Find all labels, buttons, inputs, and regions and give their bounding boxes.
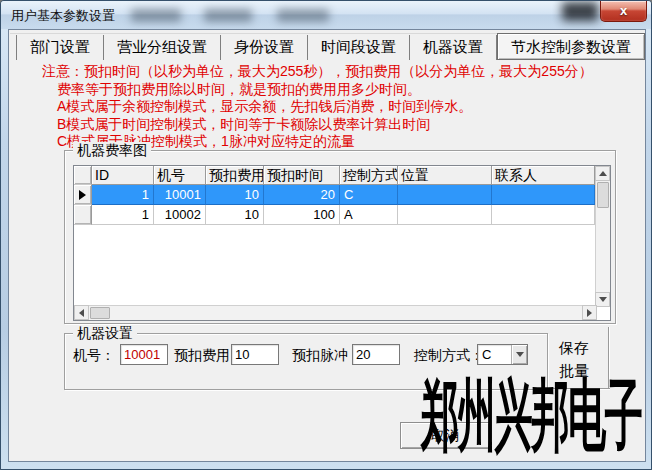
vertical-scroll-thumb[interactable] <box>597 182 609 208</box>
blurred-watermark-patch <box>277 9 329 22</box>
cell[interactable]: 10002 <box>154 205 206 225</box>
cell[interactable]: A <box>340 205 398 225</box>
column-header-7[interactable]: 联系人 <box>492 166 595 185</box>
tab-5[interactable]: 机器设置 <box>410 35 497 60</box>
notice-text: 注意：预扣时间（以秒为单位，最大为255秒），预扣费用（以分为单位，最大为255… <box>42 63 637 151</box>
column-header-6[interactable]: 位置 <box>398 166 492 185</box>
scroll-down-button[interactable] <box>595 292 610 307</box>
cancel-button[interactable]: 取消 <box>400 422 490 449</box>
row-selector-header <box>74 166 92 185</box>
close-button[interactable]: x <box>600 1 647 22</box>
grid-header-row: ID机号预扣费用预扣时间控制方式位置联系人 <box>74 166 610 185</box>
cell[interactable]: C <box>340 185 398 205</box>
control-mode-label: 控制方式： <box>414 345 484 365</box>
tab-4[interactable]: 时间段设置 <box>308 35 410 60</box>
dialog-client-area: 部门设置营业分组设置身份设置时间段设置机器设置节水控制参数设置 注意：预扣时间（… <box>8 29 646 462</box>
rate-chart-groupbox: 机器费率图 ID机号预扣费用预扣时间控制方式位置联系人 1100011020C1… <box>64 150 616 324</box>
prepaid-pulse-label: 预扣脉冲 <box>292 345 348 365</box>
save-button[interactable]: 保存 <box>559 339 589 358</box>
blurred-watermark-patch <box>204 9 252 22</box>
machine-no-input[interactable]: 10001 <box>120 344 168 365</box>
notice-line-1: 注意：预扣时间（以秒为单位，最大为255秒），预扣费用（以分为单位，最大为255… <box>42 63 637 81</box>
scroll-up-button[interactable] <box>595 166 610 181</box>
tab-6[interactable]: 节水控制参数设置 <box>497 33 645 60</box>
grid-body: 1100011020C11000210100A <box>74 185 610 225</box>
arrow-down-icon <box>599 297 607 302</box>
title-bar: 用户基本参数设置 x <box>1 1 652 29</box>
cell[interactable]: 1 <box>92 185 154 205</box>
cell[interactable]: 10 <box>206 185 264 205</box>
scroll-right-button[interactable] <box>582 305 597 320</box>
control-mode-select[interactable]: C <box>477 344 528 365</box>
table-row-2[interactable]: 11000210100A <box>74 205 610 225</box>
chevron-down-icon <box>516 352 524 357</box>
dialog-window: 用户基本参数设置 x 部门设置营业分组设置身份设置时间段设置机器设置节水控制参数… <box>0 0 652 470</box>
notice-line-4: B模式属于时间控制模式，时间等于卡额除以费率计算出时间 <box>42 116 637 134</box>
current-row-marker[interactable] <box>74 185 92 205</box>
cell[interactable]: 20 <box>264 185 340 205</box>
row-selector[interactable] <box>74 205 92 225</box>
cell[interactable]: 10 <box>206 205 264 225</box>
cell[interactable]: 10001 <box>154 185 206 205</box>
machine-settings-groupbox: 机器设置 机号： 10001 预扣费用 10 预扣脉冲 20 控制方式： C <box>64 333 548 390</box>
batch-button[interactable]: 批量 <box>559 362 589 381</box>
window-title: 用户基本参数设置 <box>11 7 115 25</box>
horizontal-scrollbar[interactable] <box>74 305 597 320</box>
column-header-5[interactable]: 控制方式 <box>340 166 398 185</box>
rate-chart-groupbox-title: 机器费率图 <box>73 142 151 158</box>
horizontal-scroll-thumb[interactable] <box>90 307 110 319</box>
cell[interactable] <box>398 185 492 205</box>
column-header-2[interactable]: 机号 <box>154 166 206 185</box>
prepaid-fee-input[interactable]: 10 <box>231 344 279 365</box>
vertical-scrollbar[interactable] <box>595 166 610 307</box>
tab-2[interactable]: 营业分组设置 <box>104 35 221 60</box>
column-header-4[interactable]: 预扣时间 <box>264 166 340 185</box>
notice-line-2: 费率等于预扣费用除以时间，就是预扣的费用用多少时间。 <box>42 81 637 99</box>
cell[interactable]: 100 <box>264 205 340 225</box>
dropdown-button[interactable] <box>511 345 527 364</box>
cell[interactable] <box>492 185 595 205</box>
frame-edge-vertical <box>608 327 610 390</box>
row-arrow-icon <box>79 190 86 200</box>
cell[interactable] <box>492 205 595 225</box>
machine-rate-grid[interactable]: ID机号预扣费用预扣时间控制方式位置联系人 1100011020C1100021… <box>73 165 611 321</box>
tab-strip: 部门设置营业分组设置身份设置时间段设置机器设置节水控制参数设置 <box>10 33 644 60</box>
arrow-up-icon <box>599 171 607 176</box>
machine-settings-groupbox-title: 机器设置 <box>73 325 137 341</box>
machine-no-label: 机号： <box>73 345 115 365</box>
prepaid-fee-label: 预扣费用 <box>174 345 230 365</box>
scroll-left-button[interactable] <box>74 305 89 320</box>
control-mode-value: C <box>482 345 491 364</box>
blurred-watermark-patch <box>131 9 181 22</box>
prepaid-pulse-input[interactable]: 20 <box>352 344 400 365</box>
blurred-watermark-patch <box>562 2 598 21</box>
tab-1[interactable]: 部门设置 <box>16 35 104 60</box>
cell[interactable]: 1 <box>92 205 154 225</box>
notice-line-3: A模式属于余额控制模式，显示余额，先扣钱后消费，时间到停水。 <box>42 98 637 116</box>
frame-edge-horizontal <box>548 388 610 390</box>
arrow-left-icon <box>79 309 84 317</box>
column-header-1[interactable]: ID <box>92 166 154 185</box>
cell[interactable] <box>398 205 492 225</box>
tab-3[interactable]: 身份设置 <box>221 35 308 60</box>
column-header-3[interactable]: 预扣费用 <box>206 166 264 185</box>
table-row-1[interactable]: 1100011020C <box>74 185 610 205</box>
arrow-right-icon <box>587 309 592 317</box>
